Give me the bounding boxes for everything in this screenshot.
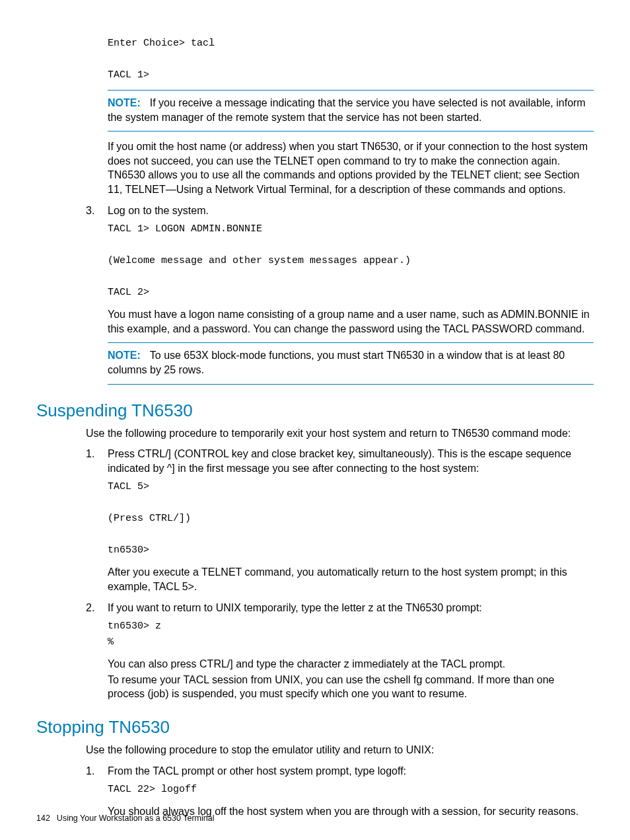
para-telnet-return: After you execute a TELNET command, you … — [108, 565, 594, 593]
code-z: tn6530> z % — [108, 619, 594, 650]
step-3: 3. Log on to the system. — [86, 204, 594, 218]
heading-suspending: Suspending TN6530 — [36, 399, 594, 422]
suspend-step-2: 2. If you want to return to UNIX tempora… — [86, 601, 594, 615]
note-label: NOTE: — [108, 350, 150, 361]
para-suspend-intro: Use the following procedure to temporari… — [86, 426, 594, 441]
note-label: NOTE: — [108, 97, 150, 108]
page-number: 142 — [36, 814, 57, 823]
footer-title: Using Your Workstation as a 6530 Termina… — [57, 814, 215, 823]
step-number: 3. — [86, 204, 108, 218]
page-footer: 142Using Your Workstation as a 6530 Term… — [36, 813, 214, 824]
para-logon-name: You must have a logon name consisting of… — [108, 307, 594, 336]
step-text: Log on to the system. — [108, 204, 594, 218]
step-text: From the TACL prompt or other host syste… — [108, 764, 594, 779]
suspend-step-1: 1. Press CTRL/] (CONTROL key and close b… — [86, 447, 594, 475]
step-text: If you want to return to UNIX temporaril… — [108, 601, 594, 615]
para-stop-intro: Use the following procedure to stop the … — [86, 743, 594, 757]
code-enter-choice: Enter Choice> tacl TACL 1> — [108, 36, 594, 83]
stop-step-1: 1. From the TACL prompt or other host sy… — [86, 764, 594, 779]
para-ctrl-z: You can also press CTRL/] and type the c… — [108, 657, 594, 671]
note-block-mode: NOTE:To use 653X block-mode functions, y… — [108, 342, 594, 384]
note-text: If you receive a message indicating that… — [108, 97, 586, 123]
step-number: 1. — [86, 764, 108, 779]
para-fg: To resume your TACL session from UNIX, y… — [108, 673, 594, 701]
note-text: To use 653X block-mode functions, you mu… — [108, 350, 565, 375]
code-logoff: TACL 22> logoff — [108, 782, 594, 798]
heading-stopping: Stopping TN6530 — [36, 716, 594, 739]
step-number: 1. — [86, 447, 108, 475]
para-omit-host: If you omit the host name (or address) w… — [108, 139, 594, 196]
note-service-unavailable: NOTE:If you receive a message indicating… — [108, 90, 594, 132]
code-ctrl-bracket: TACL 5> (Press CTRL/]) tn6530> — [108, 479, 594, 558]
code-logon: TACL 1> LOGON ADMIN.BONNIE (Welcome mess… — [108, 221, 594, 301]
step-text: Press CTRL/] (CONTROL key and close brac… — [108, 447, 594, 475]
step-number: 2. — [86, 601, 108, 615]
